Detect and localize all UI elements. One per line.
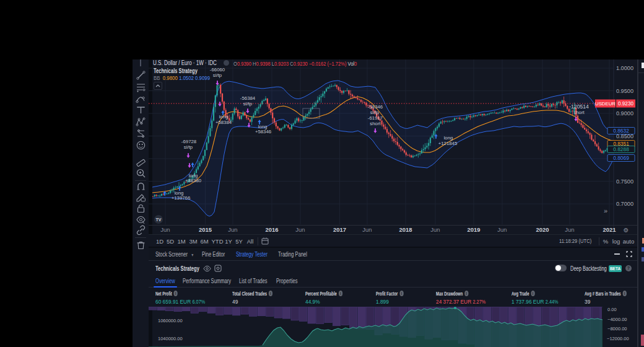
svg-text:0.9000: 0.9000 — [616, 110, 633, 116]
svg-text:2017: 2017 — [333, 226, 346, 233]
svg-text:-58346: -58346 — [368, 104, 383, 110]
svg-text:+88380: +88380 — [185, 178, 202, 183]
svg-text:USDEUR: USDEUR — [595, 101, 616, 107]
svg-text:0.8288: 0.8288 — [613, 146, 629, 152]
svg-text:⚙: ⚙ — [624, 227, 629, 234]
svg-text:0.00: 0.00 — [607, 307, 617, 312]
svg-text:0.9500: 0.9500 — [616, 88, 633, 94]
svg-text:Jun: Jun — [160, 226, 170, 233]
svg-text:Jun: Jun — [362, 226, 372, 233]
svg-text:-120514: -120514 — [569, 103, 589, 110]
svg-text:0.8632: 0.8632 — [613, 128, 629, 134]
svg-text:2020: 2020 — [536, 226, 549, 233]
svg-text:0.9230: 0.9230 — [618, 101, 633, 107]
svg-text:sl/tp: sl/tp — [184, 144, 193, 150]
svg-text:0.7000: 0.7000 — [616, 201, 633, 207]
svg-text:2018: 2018 — [399, 226, 412, 233]
svg-text:−12000.00: −12000.00 — [607, 336, 629, 341]
svg-text:2016: 2016 — [265, 226, 278, 233]
svg-text:sl/tp: sl/tp — [213, 72, 222, 78]
svg-text:1060000.00: 1060000.00 — [158, 318, 183, 323]
svg-text:»: » — [604, 207, 607, 214]
svg-text:long: long — [444, 135, 453, 141]
svg-text:+58346: +58346 — [255, 129, 271, 134]
svg-text:−4000.00: −4000.00 — [607, 317, 627, 322]
svg-text:+121845: +121845 — [438, 141, 458, 146]
svg-text:sl/tp: sl/tp — [243, 101, 253, 107]
svg-text:-61917: -61917 — [368, 115, 383, 121]
svg-text:-66060: -66060 — [210, 67, 225, 72]
svg-text:2019: 2019 — [467, 226, 480, 233]
svg-text:2015: 2015 — [199, 226, 212, 233]
svg-text:Jun: Jun — [565, 226, 574, 233]
svg-text:2021: 2021 — [603, 226, 616, 233]
svg-text:-56384: -56384 — [240, 95, 256, 101]
svg-text:+139766: +139766 — [172, 195, 191, 201]
svg-text:Jun: Jun — [228, 226, 237, 233]
svg-text:+58384: +58384 — [215, 120, 232, 125]
svg-text:Jun: Jun — [497, 226, 507, 233]
svg-text:short: short — [573, 110, 585, 115]
svg-text:Jun: Jun — [295, 226, 305, 233]
svg-text:long: long — [219, 114, 228, 120]
svg-text:1040000.00: 1040000.00 — [158, 336, 183, 341]
svg-text:-69728: -69728 — [181, 139, 196, 144]
svg-text:0.8069: 0.8069 — [613, 155, 629, 161]
svg-text:1.0000: 1.0000 — [616, 65, 633, 71]
svg-text:Jun: Jun — [430, 226, 440, 233]
svg-text:sl/tp: sl/tp — [370, 110, 380, 115]
svg-text:0.7500: 0.7500 — [616, 178, 633, 185]
svg-text:−8000.00: −8000.00 — [607, 326, 627, 332]
svg-text:short: short — [370, 121, 381, 126]
svg-text:TV: TV — [156, 217, 162, 222]
